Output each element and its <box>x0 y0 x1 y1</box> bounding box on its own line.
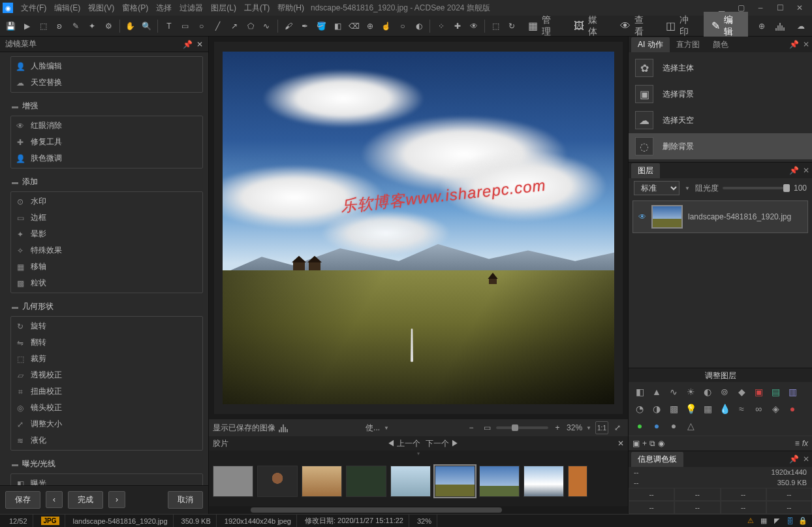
section-geometry[interactable]: ▬几何形状 <box>10 298 203 315</box>
filter-watermark[interactable]: ⊙水印 <box>11 193 202 210</box>
ai-remove-bg[interactable]: ◌删除背景 <box>629 133 812 159</box>
pin-icon[interactable]: 📌 <box>789 40 799 49</box>
eraser-icon[interactable]: ⌫ <box>347 18 362 34</box>
bw-adj-icon[interactable]: ◑ <box>649 402 664 416</box>
thumb-4[interactable] <box>346 466 386 497</box>
menu-edit[interactable]: 编辑(E) <box>50 1 84 15</box>
levels-adj-icon[interactable]: ▲ <box>649 385 664 399</box>
menu-view[interactable]: 视图(V) <box>84 1 118 15</box>
invert-adj-icon[interactable]: ▥ <box>785 385 800 399</box>
maximize-icon[interactable]: ☐ <box>770 1 790 14</box>
filter-border[interactable]: ▭边框 <box>11 210 202 226</box>
filter-sky-replace[interactable]: ☁天空替换 <box>11 74 202 91</box>
done-button[interactable]: 完成 <box>68 491 103 509</box>
close-panel-icon[interactable]: ✕ <box>803 455 809 464</box>
text-icon[interactable]: T <box>161 18 176 34</box>
tasks-icon[interactable]: ⊕ <box>754 18 770 34</box>
close-panel-icon[interactable]: ✕ <box>196 40 203 49</box>
zoom-icon[interactable]: 🔍 <box>139 18 154 34</box>
poly-icon[interactable]: ⬠ <box>243 18 258 34</box>
thumb-2[interactable] <box>257 466 298 497</box>
cloud-icon[interactable]: ☁ <box>793 18 809 34</box>
brush-icon[interactable]: 🖌 <box>281 18 296 34</box>
status-lock-icon[interactable]: 🔒 <box>798 516 808 526</box>
mode-manage[interactable]: ▦管理 <box>520 12 566 40</box>
threshold-adj-icon[interactable]: ◔ <box>632 402 647 416</box>
zoom-slider[interactable] <box>496 426 548 429</box>
section-enhance[interactable]: ▬增强 <box>10 98 203 114</box>
thumb-7[interactable] <box>479 466 520 497</box>
fill-icon[interactable]: 🪣 <box>314 18 329 34</box>
menu-help[interactable]: 帮助(H) <box>273 1 308 15</box>
sharpen-adj-icon[interactable]: △ <box>683 419 698 433</box>
save-button[interactable]: 保存 <box>5 491 40 509</box>
line-icon[interactable]: ╱ <box>210 18 225 34</box>
filter-vignette[interactable]: ✦晕影 <box>11 226 202 242</box>
temp-adj-icon[interactable]: ∞ <box>751 402 766 416</box>
channel-adj-icon[interactable]: ▤ <box>768 385 783 399</box>
dodge-icon[interactable]: ◐ <box>411 18 426 34</box>
opacity-slider[interactable] <box>723 187 790 189</box>
tab-ai-actions[interactable]: AI 动作 <box>631 37 670 52</box>
light-adj-icon[interactable]: 💡 <box>683 402 698 416</box>
next-arrow-icon[interactable]: › <box>108 491 125 508</box>
clone-icon[interactable]: ⊕ <box>363 18 378 34</box>
stats-icon[interactable] <box>773 18 789 34</box>
tab-color[interactable]: 颜色 <box>706 37 735 52</box>
dropdown-icon[interactable]: ▼ <box>685 185 690 191</box>
filmstrip-scrollbar[interactable] <box>209 506 628 514</box>
ai-select-subject[interactable]: ✿选择主体 <box>629 55 812 81</box>
rgb-adj-icon[interactable]: ▦ <box>700 402 715 416</box>
pin-icon[interactable]: 📌 <box>183 40 193 49</box>
vibrance-adj-icon[interactable]: ⊚ <box>717 385 732 399</box>
rotate-tool-icon[interactable]: ↻ <box>505 18 520 34</box>
status-flag-icon[interactable]: ◤ <box>772 516 782 526</box>
hand-icon[interactable]: ✋ <box>123 18 138 34</box>
zoom-out-icon[interactable]: − <box>465 421 478 434</box>
mode-edit[interactable]: ✎编辑 <box>704 12 748 40</box>
droplet-adj-icon[interactable]: 💧 <box>717 402 732 416</box>
zoom-fit-icon[interactable]: ▭ <box>480 421 493 434</box>
filmstrip-close-icon[interactable]: ✕ <box>617 439 624 448</box>
mode-develop[interactable]: ◫冲印 <box>658 12 704 40</box>
filmstrip-prev[interactable]: ◀ 上一个 <box>387 438 420 449</box>
curves-adj-icon[interactable]: ∿ <box>666 385 681 399</box>
repair-icon[interactable]: ✚ <box>450 18 465 34</box>
filter-flip[interactable]: ⇋翻转 <box>11 334 202 351</box>
tab-info-palette[interactable]: 信息调色板 <box>631 452 683 467</box>
filter-face-edit[interactable]: 👤人脸编辑 <box>11 58 202 74</box>
filter-redeye[interactable]: 👁红眼消除 <box>11 118 202 134</box>
thumb-9[interactable] <box>568 466 587 497</box>
filter-tiltshift[interactable]: ▦移轴 <box>11 259 202 275</box>
visibility-icon[interactable]: 👁 <box>638 212 646 221</box>
mode-media[interactable]: 🖼媒体 <box>566 12 612 40</box>
status-warn-icon[interactable]: ⚠ <box>745 516 756 526</box>
filter-repair[interactable]: ✚修复工具 <box>11 134 202 150</box>
section-exposure[interactable]: ▬曝光/光线 <box>10 456 203 472</box>
histogram-toggle-icon[interactable] <box>278 421 291 434</box>
tab-histogram[interactable]: 直方图 <box>670 37 706 52</box>
show-saved-label[interactable]: 显示已保存的图像 <box>213 423 275 434</box>
ellipse-icon[interactable]: ○ <box>194 18 209 34</box>
save-icon[interactable]: 💾 <box>3 18 18 34</box>
red-adj-icon[interactable]: ● <box>785 402 800 416</box>
menu-layer[interactable]: 图层(L) <box>207 1 240 15</box>
ai-select-icon[interactable]: ⚙ <box>101 18 116 34</box>
fit-11-button[interactable]: 1:1 <box>595 421 608 434</box>
pin-icon[interactable]: 📌 <box>789 455 799 464</box>
blur-icon[interactable]: ○ <box>395 18 410 34</box>
posterize-adj-icon[interactable]: ▩ <box>666 402 681 416</box>
section-add[interactable]: ▬添加 <box>10 174 203 190</box>
filter-resize[interactable]: ⤢调整大小 <box>11 416 202 432</box>
cancel-button[interactable]: 取消 <box>168 491 203 509</box>
brightness-adj-icon[interactable]: ☀ <box>683 385 698 399</box>
thumb-5[interactable] <box>390 466 431 497</box>
filter-distort[interactable]: ⌗扭曲校正 <box>11 383 202 400</box>
zoom-in-icon[interactable]: + <box>551 421 564 434</box>
pin-icon[interactable]: 📌 <box>789 166 799 175</box>
crop-tool-icon[interactable]: ⬚ <box>488 18 503 34</box>
menu-file[interactable]: 文件(F) <box>17 1 50 15</box>
tint-adj-icon[interactable]: ◈ <box>768 402 783 416</box>
filter-liquify[interactable]: ≋液化 <box>11 432 202 449</box>
close-icon[interactable]: ✕ <box>790 1 809 14</box>
